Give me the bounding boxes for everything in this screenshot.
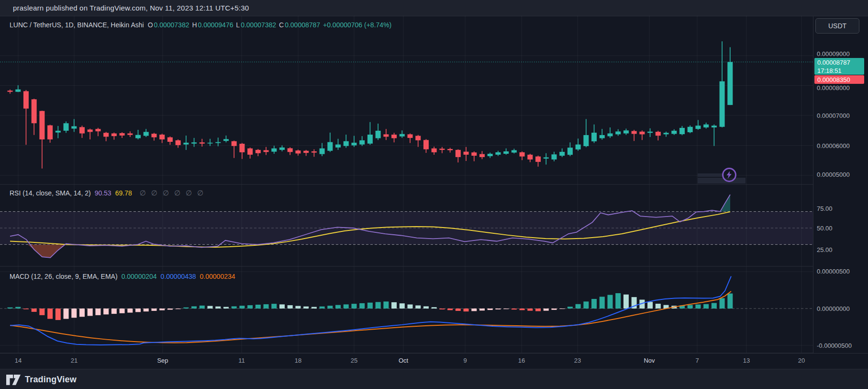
close-value: 0.00008787 bbox=[285, 21, 320, 29]
axis-label: 75.00 bbox=[817, 205, 833, 212]
published-text: praslearn published on TradingView.com, … bbox=[13, 4, 249, 12]
time-label: 16 bbox=[518, 357, 525, 364]
macd-line-value: 0.00000438 bbox=[161, 273, 196, 280]
low-value: 0.00007382 bbox=[241, 21, 276, 29]
axis-label: -0.00000500 bbox=[817, 342, 852, 349]
time-label: 13 bbox=[743, 357, 750, 364]
time-label: 14 bbox=[15, 357, 22, 364]
tradingview-logo-icon[interactable] bbox=[6, 374, 21, 385]
axis-label: 0.00008000 bbox=[817, 84, 850, 92]
time-label: 20 bbox=[798, 357, 805, 364]
time-label: 21 bbox=[71, 357, 78, 364]
time-axis[interactable]: 1421Sep111825Oct91623Nov71320 bbox=[0, 353, 868, 369]
empty-set-icons: ∅∅∅∅∅∅ bbox=[140, 189, 203, 197]
last-price-value: 0.00008787 bbox=[817, 58, 864, 67]
rsi-legend: RSI (14, close, SMA, 14, 2) 90.53 69.78 … bbox=[10, 189, 203, 197]
axis-label: 0.00006000 bbox=[817, 142, 850, 149]
macd-legend: MACD (12, 26, close, 9, EMA, EMA) 0.0000… bbox=[10, 273, 235, 280]
axis-label: 0.00000000 bbox=[817, 305, 850, 312]
symbol-title[interactable]: LUNC / TetherUS, 1D, BINANCE, Heikin Ash… bbox=[10, 21, 144, 29]
time-label: 23 bbox=[574, 357, 581, 364]
footer-brand[interactable]: TradingView bbox=[25, 375, 77, 385]
boost-lightning-icon[interactable] bbox=[722, 168, 736, 182]
rsi-sma-value: 69.78 bbox=[115, 189, 132, 197]
time-label: Oct bbox=[399, 357, 408, 364]
rsi-title[interactable]: RSI (14, close, SMA, 14, 2) bbox=[10, 189, 91, 197]
empty-set-icon: ∅ bbox=[186, 189, 192, 197]
high-value: 0.00009476 bbox=[198, 21, 234, 29]
open-value: 0.00007382 bbox=[154, 21, 189, 29]
empty-set-icon: ∅ bbox=[174, 189, 180, 197]
currency-toggle-button[interactable]: USDT bbox=[815, 18, 859, 34]
published-bar: praslearn published on TradingView.com, … bbox=[0, 0, 868, 16]
empty-set-icon: ∅ bbox=[151, 189, 157, 197]
last-price-badge: 0.00008787 17:18:51 bbox=[814, 58, 864, 75]
axis-label: 0.00009000 bbox=[817, 50, 850, 57]
ohlc-values: O0.00007382 H0.00009476 L0.00007382 C0.0… bbox=[148, 21, 393, 29]
axis-label: 0.00005000 bbox=[817, 171, 850, 178]
axis-label: 50.00 bbox=[817, 225, 833, 232]
time-label: 11 bbox=[238, 357, 245, 364]
time-label: 25 bbox=[351, 357, 357, 364]
price-axis[interactable]: USDT 0.00008787 17:18:51 0.00008350 0.00… bbox=[813, 16, 868, 369]
tradingview-published-chart: praslearn published on TradingView.com, … bbox=[0, 0, 868, 389]
time-label: Nov bbox=[644, 357, 655, 364]
empty-set-icon: ∅ bbox=[140, 189, 146, 197]
time-label: 18 bbox=[295, 357, 301, 364]
axis-label: 0.00000500 bbox=[817, 268, 850, 275]
macd-signal-value: 0.00000234 bbox=[200, 273, 235, 280]
footer-bar: TradingView bbox=[0, 369, 868, 389]
change-value: +0.00000706 (+8.74%) bbox=[323, 21, 391, 29]
empty-set-icon: ∅ bbox=[197, 189, 203, 197]
macd-title[interactable]: MACD (12, 26, close, 9, EMA, EMA) bbox=[10, 273, 118, 280]
macd-hist-value: 0.00000204 bbox=[122, 273, 157, 280]
empty-set-icon: ∅ bbox=[163, 189, 169, 197]
prev-close-value: 0.00008350 bbox=[817, 76, 864, 84]
time-label: 7 bbox=[695, 357, 699, 364]
rsi-value: 90.53 bbox=[95, 189, 111, 197]
countdown-timer: 17:18:51 bbox=[817, 67, 864, 75]
axis-label: 0.00007000 bbox=[817, 112, 850, 119]
symbol-legend: LUNC / TetherUS, 1D, BINANCE, Heikin Ash… bbox=[10, 21, 392, 29]
prev-close-badge: 0.00008350 bbox=[814, 75, 864, 84]
time-label: Sep bbox=[157, 357, 168, 364]
axis-label: 25.00 bbox=[817, 246, 833, 253]
time-label: 9 bbox=[463, 357, 467, 364]
